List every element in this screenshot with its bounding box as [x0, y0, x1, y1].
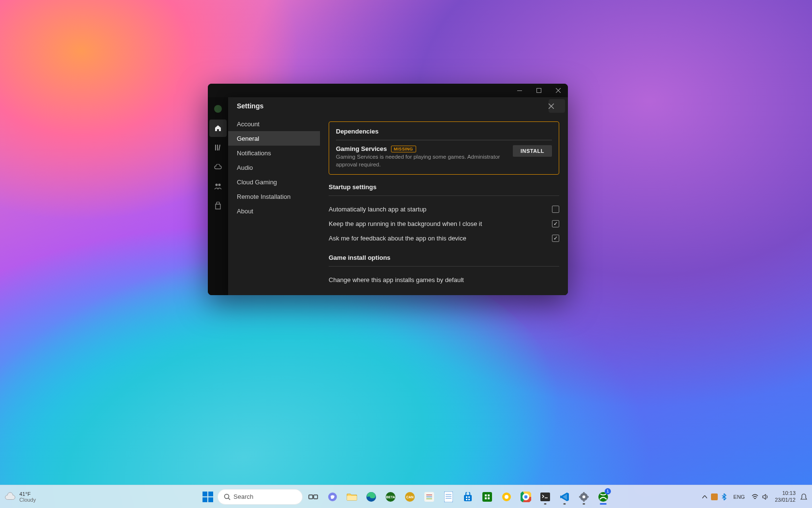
maximize-icon	[536, 88, 541, 93]
svg-point-2	[214, 105, 222, 113]
svg-rect-4	[217, 145, 218, 150]
tray-language[interactable]: ENG	[733, 494, 745, 500]
missing-badge: MISSING	[391, 146, 416, 152]
bell-icon	[800, 493, 807, 500]
nav-general[interactable]: General	[228, 131, 320, 146]
badge-count: 1	[605, 488, 611, 494]
svg-rect-57	[711, 493, 718, 500]
tray-bluetooth[interactable]	[722, 493, 726, 500]
sidebar-cloud[interactable]	[209, 158, 227, 176]
volume-icon	[762, 494, 768, 500]
tray-notifications[interactable]	[800, 493, 807, 500]
bag-icon	[215, 202, 221, 209]
dependency-name: Gaming Services	[336, 145, 387, 152]
close-icon	[549, 104, 554, 109]
svg-rect-8	[203, 492, 207, 496]
settings-content: Dependencies Gaming Services MISSING Gam…	[320, 115, 568, 295]
dependency-description: Gaming Services is needed for playing so…	[336, 153, 507, 168]
sidebar-library[interactable]	[209, 139, 227, 156]
tray-quick-settings[interactable]	[750, 494, 770, 500]
taskbar-app-2[interactable]	[478, 488, 496, 506]
svg-rect-38	[488, 494, 490, 496]
weather-widget[interactable]: 41°F Cloudy	[5, 491, 36, 503]
sidebar-friends[interactable]	[209, 178, 227, 195]
svg-rect-27	[444, 492, 453, 502]
dependencies-heading: Dependencies	[336, 128, 552, 135]
taskbar-chat[interactable]	[324, 488, 341, 506]
tray-icon-1[interactable]	[711, 493, 718, 500]
close-window-button[interactable]	[549, 84, 568, 97]
cloud-icon	[214, 164, 222, 170]
install-button[interactable]: INSTALL	[513, 145, 552, 157]
sidebar-home[interactable]	[209, 120, 227, 137]
svg-rect-36	[482, 492, 492, 502]
svg-rect-9	[208, 492, 213, 496]
cloud-icon	[5, 492, 15, 502]
svg-rect-17	[347, 496, 357, 500]
option-background: Keep the app running in the background w…	[329, 216, 559, 231]
taskbar-explorer[interactable]	[343, 488, 361, 506]
minimize-icon	[517, 90, 522, 91]
option-auto-launch: Automatically launch app at startup	[329, 202, 559, 216]
tray-chevron[interactable]	[702, 495, 707, 498]
weather-temp: 41°F	[19, 491, 36, 497]
sidebar-avatar[interactable]	[209, 100, 227, 118]
svg-rect-10	[203, 497, 207, 502]
taskbar-vscode[interactable]	[556, 488, 573, 506]
svg-point-7	[218, 184, 221, 186]
svg-text:BETA: BETA	[386, 495, 395, 499]
svg-rect-32	[466, 496, 467, 498]
home-icon	[214, 124, 222, 132]
taskbar-app-3[interactable]	[498, 488, 515, 506]
dependencies-card: Dependencies Gaming Services MISSING Gam…	[329, 121, 559, 175]
nav-about[interactable]: About	[228, 204, 320, 218]
install-options-heading: Game install options	[329, 254, 559, 261]
svg-point-42	[505, 495, 508, 499]
maximize-button[interactable]	[529, 84, 549, 97]
taskbar-terminal[interactable]	[536, 488, 554, 506]
xbox-app-window: Instal game goes here. Settings Accou	[208, 84, 568, 295]
taskbar-chrome[interactable]	[517, 488, 535, 506]
svg-rect-5	[218, 145, 220, 150]
nav-cloud-gaming[interactable]: Cloud Gaming	[228, 175, 320, 189]
taskbar-clock[interactable]: 10:13 23/01/12	[775, 490, 796, 504]
checkbox-feedback[interactable]: ✓	[552, 235, 559, 242]
startup-heading: Startup settings	[329, 183, 559, 191]
app-sidebar	[208, 97, 228, 295]
search-icon	[224, 493, 231, 500]
sidebar-store[interactable]	[209, 197, 227, 214]
svg-rect-15	[314, 495, 318, 499]
taskbar-store[interactable]	[459, 488, 477, 506]
taskbar-notepad[interactable]	[440, 488, 457, 506]
taskbar-settings[interactable]	[575, 488, 593, 506]
taskbar: 41°F Cloudy Search BETA CAN	[0, 485, 812, 508]
settings-modal: Settings Account General Notifications A…	[228, 97, 568, 295]
checkbox-auto-launch[interactable]	[552, 206, 559, 213]
taskbar-app-1[interactable]	[420, 488, 438, 506]
svg-rect-37	[485, 494, 487, 496]
nav-audio[interactable]: Audio	[228, 160, 320, 175]
nav-remote-installation[interactable]: Remote Installation	[228, 189, 320, 204]
taskbar-xbox-app[interactable]: 1	[594, 488, 612, 506]
taskbar-edge-canary[interactable]: CAN	[401, 488, 419, 506]
taskbar-search[interactable]: Search	[218, 489, 303, 505]
checkbox-background[interactable]: ✓	[552, 220, 559, 227]
settings-nav: Account General Notifications Audio Clou…	[228, 115, 320, 295]
option-feedback: Ask me for feedback about the app on thi…	[329, 231, 559, 245]
close-settings-button[interactable]	[549, 99, 565, 113]
svg-rect-39	[485, 497, 487, 499]
taskbar-edge[interactable]	[362, 488, 380, 506]
svg-rect-11	[208, 497, 213, 502]
svg-rect-35	[468, 499, 470, 500]
svg-rect-14	[309, 495, 313, 499]
nav-notifications[interactable]: Notifications	[228, 146, 320, 160]
svg-rect-24	[426, 494, 432, 495]
taskbar-edge-beta[interactable]: BETA	[382, 488, 399, 506]
minimize-button[interactable]	[510, 84, 529, 97]
start-button[interactable]	[200, 489, 216, 505]
svg-rect-40	[488, 497, 490, 499]
gear-icon	[579, 492, 589, 502]
taskbar-taskview[interactable]	[304, 488, 322, 506]
settings-title: Settings	[237, 102, 263, 110]
nav-account[interactable]: Account	[228, 117, 320, 131]
